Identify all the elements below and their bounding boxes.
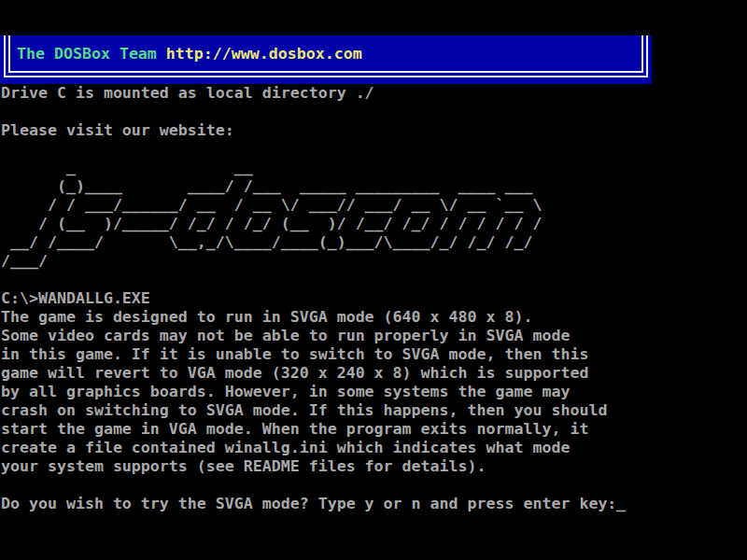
dos-terminal-screen[interactable]: The DOSBox Team http://www.dosbox.com Dr… (0, 0, 747, 560)
text-cursor: _ (616, 495, 626, 513)
banner-team-label: The DOSBox Team (17, 46, 157, 63)
banner-url-text: http://www.dosbox.com (166, 46, 362, 63)
console-output[interactable]: Drive C is mounted as local directory ./… (1, 84, 616, 513)
banner-title-line: The DOSBox Team http://www.dosbox.com (17, 46, 362, 63)
